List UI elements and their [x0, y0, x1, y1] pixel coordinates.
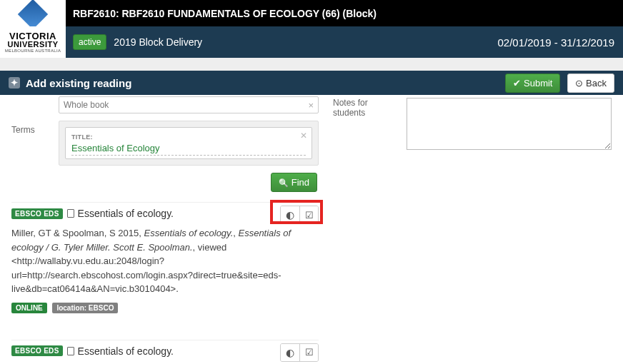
notes-label: Notes for students — [333, 98, 401, 118]
terms-label: Terms — [11, 121, 59, 166]
search-icon — [279, 177, 289, 188]
status-badge: active — [73, 34, 106, 50]
term-chip-value: Essentials of Ecology — [71, 143, 306, 156]
delivery-label: 2019 Block Delivery — [114, 36, 202, 48]
term-chip-title[interactable]: TITLE: Essentials of Ecology ✕ — [65, 127, 312, 159]
document-label — [11, 103, 59, 107]
preview-button[interactable] — [281, 344, 299, 361]
globe-icon — [286, 347, 294, 358]
source-badge: EBSCO EDS — [11, 345, 63, 356]
select-button[interactable] — [299, 344, 318, 361]
select-button[interactable] — [299, 206, 318, 223]
result-actions — [280, 206, 319, 224]
logo-diamond-icon — [18, 0, 48, 29]
back-icon — [575, 78, 583, 89]
clear-icon[interactable]: × — [308, 100, 314, 111]
find-button[interactable]: Find — [271, 173, 317, 192]
logo — [0, 0, 66, 26]
add-icon: ✦ — [9, 77, 20, 89]
submit-button[interactable]: Submit — [505, 74, 560, 93]
remove-term-icon[interactable]: ✕ — [300, 131, 307, 141]
terms-container: TITLE: Essentials of Ecology ✕ — [59, 121, 319, 166]
notes-textarea[interactable] — [407, 98, 612, 150]
result-citation: Miller, GT & Spoolman, S 2015, Essential… — [11, 226, 319, 296]
search-result: EBSCO EDS Essentials of ecology. Miller,… — [11, 340, 319, 365]
check-icon — [513, 78, 521, 89]
page-title: RBF2610: RBF2610 FUNDAMENTALS OF ECOLOGY… — [66, 8, 377, 19]
select-icon — [305, 210, 314, 221]
preview-button[interactable] — [281, 206, 299, 223]
toolbar-heading: Add existing reading — [26, 77, 131, 89]
document-select[interactable]: Whole book × — [59, 96, 319, 113]
back-button[interactable]: Back — [567, 74, 614, 93]
book-icon — [67, 209, 74, 218]
source-badge: EBSCO EDS — [11, 208, 63, 219]
location-badge: location: EBSCO — [52, 303, 118, 313]
result-title: Essentials of ecology. — [78, 345, 174, 357]
book-icon — [67, 347, 74, 355]
term-chip-label: TITLE: — [71, 133, 93, 141]
logo-text: VICTORIA UNIVERSITY MELBOURNE AUSTRALIA — [0, 26, 66, 58]
result-title: Essentials of ecology. — [78, 208, 174, 219]
date-range: 02/01/2019 - 31/12/2019 — [498, 36, 614, 49]
select-icon — [305, 347, 314, 358]
globe-icon — [286, 209, 294, 221]
search-result: EBSCO EDS Essentials of ecology. Miller,… — [11, 202, 319, 323]
online-badge: ONLINE — [11, 303, 47, 313]
result-actions — [280, 343, 319, 362]
